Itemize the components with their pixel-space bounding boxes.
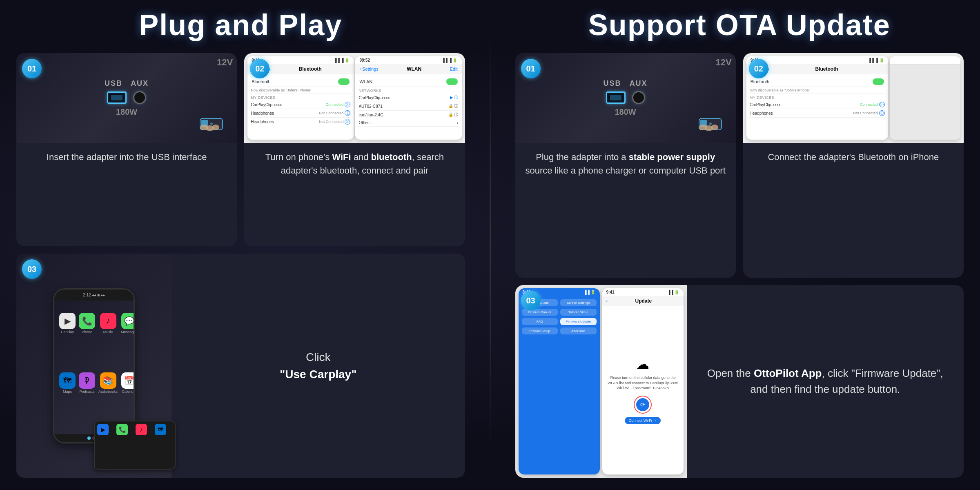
network-name-1: CarPlayClip-xxxx bbox=[359, 96, 390, 100]
network-other[interactable]: Other... › bbox=[358, 119, 459, 127]
ota-device-name-1: CarPlayClip-xxxx bbox=[750, 102, 781, 107]
messages-app-icon: 💬 bbox=[121, 313, 135, 329]
carplay-app-phone[interactable]: 📞 Phone bbox=[79, 313, 95, 370]
device-info-3[interactable]: ⓘ bbox=[345, 119, 350, 125]
step-02-badge: 02 bbox=[250, 59, 270, 78]
update-icons: ▐▐ 🔋 bbox=[668, 290, 679, 294]
click-text: Click bbox=[306, 351, 331, 363]
ota-phone-status: 9:41 ▐▐ ▐ 🔋 bbox=[746, 56, 888, 64]
step-01-image: 12V USB AUX 180W bbox=[16, 53, 237, 143]
device-name-1: CarPlayClip-xxxx bbox=[251, 102, 282, 107]
network-signal-2: 🔒 ⓘ bbox=[448, 103, 459, 109]
faq-btn[interactable]: FAQ bbox=[522, 318, 558, 325]
section-divider bbox=[490, 33, 491, 453]
networks-label: NETWORKS bbox=[358, 87, 459, 94]
calendar-app-icon: 📅 bbox=[121, 372, 135, 389]
usb-dongle-svg bbox=[176, 102, 225, 135]
car-app-2: 📞 bbox=[116, 424, 128, 435]
update-time: 9:41 bbox=[606, 290, 615, 294]
maps-app-icon: 🗺 bbox=[59, 372, 76, 389]
svg-point-8 bbox=[709, 122, 712, 125]
ota-discoverable-note: Now discoverable as "John's iPhone" bbox=[749, 87, 886, 94]
step-03-image: 2:12 ◂◂ ■ ▸▸ ▶ CarPlay 📞 Phone bbox=[16, 254, 172, 478]
ota-bt-toggle[interactable]: Bluetooth bbox=[749, 77, 886, 87]
product-manual-btn[interactable]: Product Manual bbox=[522, 309, 558, 316]
phone-wlan-screen: 09:52 ▐▐ ▐ 🔋 ‹ Settings WLAN Edit WLAN bbox=[355, 56, 461, 140]
ota-usb-ports bbox=[606, 91, 645, 104]
ota-update-section: Support OTA Update 01 12V USB AUX bbox=[515, 8, 964, 478]
step-01-description: Insert the adapter into the USB interfac… bbox=[24, 150, 229, 164]
ota-step-02-image: 9:41 ▐▐ ▐ 🔋 ‹ Settings Bluetooth Blueto bbox=[743, 53, 964, 143]
device-name-2: Headphones bbox=[251, 111, 274, 116]
step-01-card: 01 12V USB AUX bbox=[16, 53, 237, 246]
carplay-scene: 2:12 ◂◂ ■ ▸▸ ▶ CarPlay 📞 Phone bbox=[16, 254, 172, 478]
step-03-text: Click "Use Carplay" bbox=[172, 254, 465, 478]
step-03-card: 03 2:12 ◂◂ ■ ▸▸ ▶ CarPlay bbox=[16, 254, 465, 478]
carplay-app-messages[interactable]: 💬 Messages bbox=[121, 313, 135, 370]
device-info-2[interactable]: ⓘ bbox=[345, 110, 350, 116]
screen-settings-btn[interactable]: Screen Settings bbox=[560, 299, 597, 306]
my-devices-label: MY DEVICES bbox=[250, 94, 351, 100]
carplay-app-podcasts[interactable]: 🎙 Podcasts bbox=[79, 372, 95, 429]
ota-usb-scene: 12V USB AUX 180W bbox=[515, 53, 736, 143]
step-03-badge: 03 bbox=[22, 259, 42, 279]
aux-port bbox=[133, 91, 146, 104]
ota-step-02-card: 02 9:41 ▐▐ ▐ 🔋 ‹ Settings Bluetooth bbox=[743, 53, 964, 278]
ota-step-01-description: Plug the adapter into a stable power sup… bbox=[523, 150, 728, 177]
network-name-3: cart/can-2.4G bbox=[359, 113, 383, 117]
firmware-update-btn[interactable]: Firmware Update bbox=[560, 318, 597, 325]
carplay-phone: 2:12 ◂◂ ■ ▸▸ ▶ CarPlay 📞 Phone bbox=[53, 288, 135, 443]
phone2-title: WLAN bbox=[407, 66, 421, 72]
phone2-status-bar: 09:52 ▐▐ ▐ 🔋 bbox=[355, 56, 461, 64]
car-display: ▶ 📞 ♪ 🗺 bbox=[94, 421, 176, 470]
phone-app-label: Phone bbox=[82, 330, 92, 334]
device-status-3: Not Connected bbox=[319, 120, 343, 124]
device-info-1[interactable]: ⓘ bbox=[345, 102, 350, 107]
ota-step-01-card: 01 12V USB AUX bbox=[515, 53, 736, 278]
ota-step-03-description: Open the OttoPilot App, click "Firmware … bbox=[703, 365, 948, 397]
ota-step-03-image: 8:41 ▐▐ 🔋 Quick Guide Screen Settings bbox=[515, 285, 687, 478]
use-carplay-bold: "Use Carplay" bbox=[280, 368, 356, 381]
carplay-app-maps[interactable]: 🗺 Maps bbox=[59, 372, 76, 429]
phone2-body: WLAN NETWORKS CarPlayClip-xxxx ▶ ⓘ AUT02… bbox=[355, 74, 461, 140]
network-name-2: AUT02-C871 bbox=[359, 104, 382, 109]
phone2-edit[interactable]: Edit bbox=[450, 67, 458, 71]
firmware-circle-highlight: ⟳ bbox=[634, 396, 652, 414]
network-cartcan[interactable]: cart/can-2.4G 🔒 ⓘ bbox=[358, 111, 459, 119]
update-nav: ‹ Update bbox=[602, 296, 684, 306]
bluetooth-toggle[interactable] bbox=[338, 78, 350, 85]
carplay-app-carplay[interactable]: ▶ CarPlay bbox=[59, 313, 76, 370]
ota-step-03-text: Open the OttoPilot App, click "Firmware … bbox=[687, 285, 964, 478]
product-setup-btn[interactable]: Product Setup bbox=[522, 327, 558, 334]
update-back[interactable]: ‹ bbox=[606, 298, 608, 303]
discoverable-note: Now discoverable as "John's iPhone" bbox=[250, 87, 351, 94]
ota-usb-dongle-svg bbox=[675, 102, 724, 135]
wlan-toggle-row[interactable]: WLAN bbox=[358, 77, 459, 87]
step-02-image: 9:41 ▐▐ ▐ 🔋 ‹ Settings Bluetooth Blueto bbox=[244, 53, 465, 143]
ota-bt-toggle-switch[interactable] bbox=[873, 78, 884, 85]
ota-app-icons: ▐▐ 🔋 bbox=[584, 290, 596, 294]
step-01-badge: 01 bbox=[22, 59, 42, 78]
ota-title: Support OTA Update bbox=[515, 8, 964, 42]
wlan-toggle[interactable] bbox=[446, 78, 458, 85]
step-02-description: Turn on phone's WiFi and bluetooth, sear… bbox=[252, 150, 457, 177]
music-app-icon: ♪ bbox=[100, 313, 116, 329]
carplay-app-music[interactable]: ♪ Music bbox=[98, 313, 118, 370]
phone2-back[interactable]: ‹ Settings bbox=[359, 67, 378, 71]
ota-phone-title: Bluetooth bbox=[815, 66, 838, 72]
ota-device-info-1[interactable]: ⓘ bbox=[879, 102, 885, 107]
step-02-content: Turn on phone's WiFi and bluetooth, sear… bbox=[244, 143, 465, 185]
svg-point-2 bbox=[210, 122, 213, 125]
connect-wifi-btn[interactable]: Connect Wi-Fi → bbox=[625, 417, 661, 424]
network-carplayclip[interactable]: CarPlayClip-xxxx ▶ ⓘ bbox=[358, 94, 459, 102]
network-aut02[interactable]: AUT02-C871 🔒 ⓘ bbox=[358, 102, 459, 111]
bluetooth-toggle-row[interactable]: Bluetooth bbox=[250, 77, 351, 87]
podcasts-app-icon: 🎙 bbox=[79, 372, 95, 389]
calendar-app-label: Calendar bbox=[122, 390, 135, 394]
update-screen-phone: 9:41 ▐▐ 🔋 ‹ Update ☁ bbox=[602, 288, 684, 474]
after-sale-btn[interactable]: After-sale bbox=[560, 327, 597, 334]
tutorial-video-btn[interactable]: Tutorial Video bbox=[560, 309, 597, 316]
ota-device-info-2[interactable]: ⓘ bbox=[879, 110, 885, 116]
ota-app-menu-row-3: FAQ Firmware Update bbox=[522, 318, 597, 325]
phone1-icons: ▐▐ ▐ 🔋 bbox=[334, 58, 350, 62]
